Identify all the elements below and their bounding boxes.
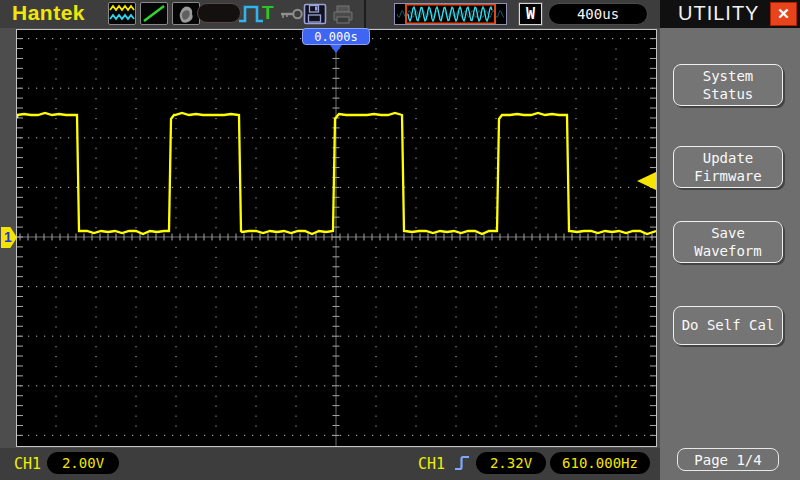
button-label-line: Do Self Cal	[674, 316, 782, 334]
status-bar: CH1 2.00V CH1 2.32V 610.000Hz	[0, 448, 660, 480]
button-label-line: Update	[674, 149, 782, 167]
key-lock-icon[interactable]	[280, 7, 304, 21]
do-self-cal-button[interactable]: Do Self Cal	[673, 306, 783, 345]
top-toolbar: Hantek T	[0, 0, 660, 28]
ch1-scale-readout: 2.00V	[47, 452, 119, 474]
pulse-icon[interactable]	[238, 4, 264, 24]
system-status-button[interactable]: System Status	[673, 64, 783, 106]
timebase-readout: 400us	[548, 3, 648, 25]
utility-menu: UTILITY ✕ System Status Update Firmware …	[660, 0, 800, 480]
button-label-line: Firmware	[674, 167, 782, 185]
plot-canvas	[17, 30, 656, 446]
save-disk-icon[interactable]	[303, 3, 327, 25]
button-label-line: Waveform	[674, 242, 782, 260]
button-label-line: System	[674, 67, 782, 85]
print-glyph	[331, 3, 355, 25]
channels-waveform-glyph	[109, 3, 135, 24]
trigger-t-icon[interactable]: T	[262, 2, 274, 24]
menu-title: UTILITY	[678, 2, 759, 25]
measure-line-glyph	[141, 3, 167, 24]
save-disk-glyph	[303, 3, 327, 25]
trigger-level-readout: 2.32V	[476, 452, 546, 474]
hand-glyph	[173, 3, 199, 24]
channels-waveform-icon[interactable]	[108, 2, 136, 25]
horizontal-preview[interactable]	[394, 3, 507, 25]
close-icon[interactable]: ✕	[770, 2, 797, 26]
measure-line-icon[interactable]	[140, 2, 168, 25]
key-glyph	[280, 7, 304, 21]
menu-header: UTILITY ✕	[660, 0, 800, 28]
display-frame	[0, 28, 660, 448]
frequency-readout: 610.000Hz	[550, 452, 650, 474]
page-button[interactable]: Page 1/4	[677, 448, 779, 471]
hand-icon[interactable]	[172, 2, 200, 25]
ch1-label: CH1	[14, 455, 41, 473]
trigger-source-label: CH1	[418, 455, 445, 473]
print-icon[interactable]	[331, 3, 355, 25]
oscilloscope-screen: Hantek T	[0, 0, 800, 480]
empty-readout-oval	[197, 3, 241, 23]
waveform-plot	[16, 29, 657, 447]
button-label-line: Status	[674, 85, 782, 103]
save-waveform-button[interactable]: Save Waveform	[673, 221, 783, 263]
update-firmware-button[interactable]: Update Firmware	[673, 146, 783, 188]
button-label-line: Save	[674, 224, 782, 242]
trigger-position-marker[interactable]: 0.000s	[302, 28, 370, 45]
hantek-logo: Hantek	[12, 1, 85, 25]
preview-canvas	[395, 4, 506, 24]
toolbar-divider	[364, 0, 366, 28]
rising-edge-glyph	[454, 452, 471, 473]
pulse-glyph	[238, 4, 264, 24]
trigger-position-pointer[interactable]	[330, 45, 342, 53]
window-zoom-icon[interactable]: W	[519, 3, 542, 25]
rising-edge-icon	[454, 452, 471, 473]
